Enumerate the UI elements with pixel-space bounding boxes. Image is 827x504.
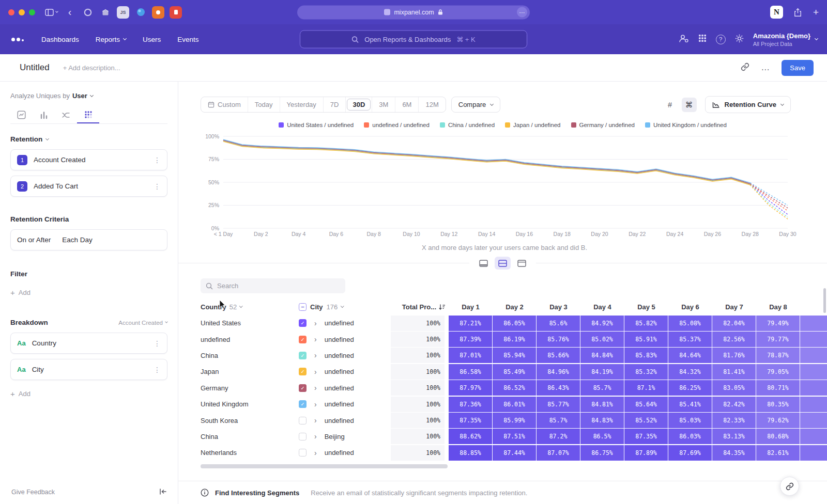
- retention-value-cell[interactable]: 82.04%: [712, 316, 756, 331]
- retention-value-cell[interactable]: 87.35%: [624, 429, 668, 444]
- retention-value-cell[interactable]: 78.87%: [756, 348, 800, 363]
- day-column-header[interactable]: Day 1: [449, 303, 493, 311]
- retention-value-cell[interactable]: 81.76%: [712, 348, 756, 363]
- retention-value-cell[interactable]: 86.19%: [493, 332, 536, 347]
- series-line-dashed[interactable]: [750, 184, 788, 208]
- retention-value-cell[interactable]: 84.32%: [668, 364, 712, 380]
- retention-value-cell[interactable]: 86.25%: [668, 380, 712, 396]
- retention-value-cell[interactable]: 84.92%: [580, 316, 624, 331]
- series-line-dashed[interactable]: [750, 183, 788, 206]
- retention-value-cell[interactable]: 84.84%: [580, 348, 624, 363]
- retention-value-cell[interactable]: 84.64%: [668, 348, 712, 363]
- retention-value-cell[interactable]: 80.71%: [756, 380, 800, 396]
- retention-value-cell[interactable]: 85.49%: [493, 364, 536, 380]
- range-custom[interactable]: Custom: [201, 97, 248, 112]
- vertical-scrollbar-thumb[interactable]: [823, 288, 826, 313]
- retention-value-cell[interactable]: 85.66%: [537, 348, 580, 363]
- retention-value-cell[interactable]: 81.41%: [712, 364, 756, 380]
- table-only-view-icon[interactable]: [514, 257, 530, 270]
- retention-value-cell[interactable]: 88.85%: [449, 445, 492, 461]
- retention-value-cell[interactable]: 85.64%: [624, 397, 668, 412]
- retention-value-cell[interactable]: 87.97%: [449, 380, 492, 396]
- retention-value-cell[interactable]: 85.77%: [537, 397, 580, 412]
- close-window-button[interactable]: [8, 9, 14, 15]
- day-column-header[interactable]: Day 2: [493, 303, 537, 311]
- retention-value-cell[interactable]: 85.52%: [624, 413, 668, 428]
- expand-row-icon[interactable]: ›: [314, 416, 317, 424]
- tab-insights[interactable]: [10, 106, 33, 123]
- criteria-interval-dropdown[interactable]: Each Day: [62, 236, 93, 244]
- expand-row-icon[interactable]: ›: [314, 449, 317, 457]
- legend-item[interactable]: Japan / undefined: [505, 122, 560, 128]
- copy-link-icon[interactable]: [741, 62, 749, 73]
- retention-value-cell[interactable]: 86.01%: [493, 397, 536, 412]
- retention-value-cell[interactable]: 87.51%: [493, 429, 536, 444]
- extension-icon[interactable]: [152, 6, 164, 19]
- nav-dashboards[interactable]: Dashboards: [41, 36, 79, 43]
- row-checkbox[interactable]: ✓: [299, 384, 307, 392]
- day-column-header[interactable]: Day 5: [624, 303, 668, 311]
- row-checkbox[interactable]: [299, 417, 307, 424]
- report-title[interactable]: Untitled: [20, 62, 50, 73]
- retention-value-cell[interactable]: 79.62%: [756, 413, 800, 428]
- retention-value-cell[interactable]: 87.69%: [668, 445, 712, 461]
- report-description-placeholder[interactable]: + Add description...: [63, 64, 120, 72]
- retention-value-cell[interactable]: 85.7%: [580, 380, 624, 396]
- global-search[interactable]: Open Reports & Dashboards ⌘ + K: [300, 30, 527, 49]
- legend-item[interactable]: undefined / undefined: [364, 122, 430, 128]
- total-column-header[interactable]: Total Pro...: [391, 303, 449, 311]
- absolute-numbers-toggle[interactable]: #: [663, 98, 678, 112]
- retention-value-cell[interactable]: 85.41%: [668, 397, 712, 412]
- retention-value-cell[interactable]: 84.81%: [580, 397, 624, 412]
- retention-value-cell[interactable]: 85.08%: [668, 316, 712, 331]
- more-actions-icon[interactable]: …: [761, 62, 770, 73]
- kebab-menu-icon[interactable]: ⋮: [154, 156, 161, 164]
- table-horizontal-scrollbar[interactable]: [201, 464, 827, 468]
- retention-value-cell[interactable]: 80.68%: [756, 429, 800, 444]
- sidebar-toggle-icon[interactable]: [44, 6, 58, 19]
- retention-value-cell[interactable]: 86.52%: [493, 380, 536, 396]
- scrollbar-thumb[interactable]: [201, 464, 448, 468]
- retention-value-cell[interactable]: 85.7%: [537, 413, 580, 428]
- row-checkbox[interactable]: ✓: [299, 368, 307, 375]
- retention-value-cell[interactable]: 87.39%: [449, 332, 492, 347]
- retention-step-b[interactable]: 2 Added To Cart ⋮: [10, 176, 167, 197]
- zoom-window-button[interactable]: [29, 9, 35, 15]
- retention-value-cell[interactable]: 83.13%: [712, 429, 756, 444]
- retention-value-cell[interactable]: 85.94%: [493, 348, 536, 363]
- series-line-dashed[interactable]: [750, 184, 788, 215]
- expand-row-icon[interactable]: ›: [314, 351, 317, 359]
- day-column-header[interactable]: Day 4: [580, 303, 624, 311]
- table-search[interactable]: [201, 278, 345, 293]
- retention-value-cell[interactable]: 86.58%: [449, 364, 492, 380]
- expand-row-icon[interactable]: ›: [314, 319, 317, 327]
- retention-value-cell[interactable]: 85.03%: [668, 413, 712, 428]
- add-filter-button[interactable]: + Add: [10, 288, 167, 297]
- help-icon[interactable]: ?: [716, 35, 726, 44]
- save-button[interactable]: Save: [782, 60, 814, 76]
- retention-section-header[interactable]: Retention: [10, 135, 167, 143]
- range-yesterday[interactable]: Yesterday: [280, 97, 323, 112]
- retention-value-cell[interactable]: 82.42%: [712, 397, 756, 412]
- retention-value-cell[interactable]: 85.6%: [537, 316, 580, 331]
- expand-row-icon[interactable]: ›: [314, 368, 317, 376]
- kebab-menu-icon[interactable]: ⋮: [154, 182, 161, 191]
- breakdown-country[interactable]: Aa Country ⋮: [10, 333, 167, 354]
- range-7d[interactable]: 7D: [323, 97, 346, 112]
- retention-step-a[interactable]: 1 Account Created ⋮: [10, 149, 167, 170]
- legend-item[interactable]: Germany / undefined: [571, 122, 635, 128]
- nav-events[interactable]: Events: [177, 36, 198, 43]
- split-view-icon[interactable]: [495, 257, 511, 270]
- extension-icon[interactable]: [82, 6, 94, 19]
- retention-value-cell[interactable]: 88.62%: [449, 429, 492, 444]
- retention-value-cell[interactable]: 82.61%: [756, 445, 800, 461]
- compare-button[interactable]: Compare: [451, 97, 500, 113]
- retention-value-cell[interactable]: 84.83%: [580, 413, 624, 428]
- user-settings-icon[interactable]: [679, 34, 689, 45]
- retention-value-cell[interactable]: 87.07%: [537, 445, 580, 461]
- retention-value-cell[interactable]: 87.36%: [449, 397, 492, 412]
- retention-chart[interactable]: 0%25%50%75%100%< 1 DayDay 2Day 4Day 6Day…: [201, 131, 808, 240]
- row-checkbox[interactable]: ✓: [299, 319, 307, 327]
- retention-value-cell[interactable]: 83.05%: [712, 380, 756, 396]
- retention-value-cell[interactable]: 79.49%: [756, 316, 800, 331]
